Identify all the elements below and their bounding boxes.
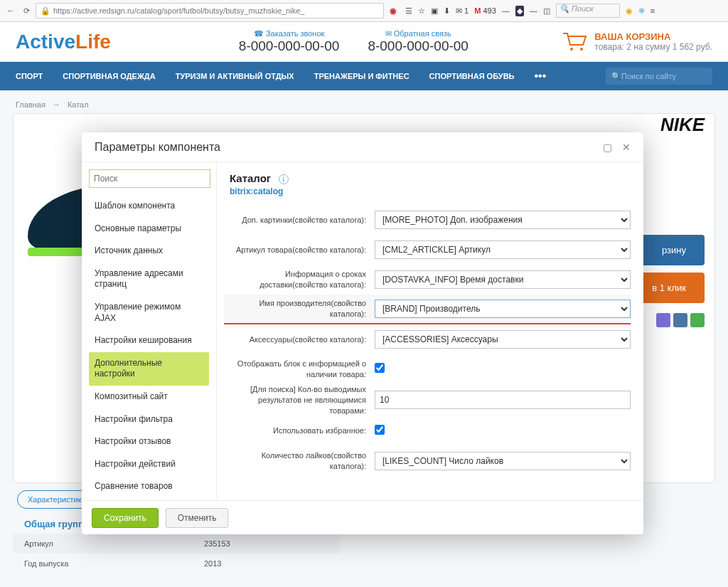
form-label: Аксессуары(свойство каталога):: [224, 334, 366, 345]
sidebar-item[interactable]: Композитный сайт: [89, 386, 209, 408]
ext3-icon[interactable]: ◉: [626, 6, 633, 16]
nav-more-icon[interactable]: •••: [535, 70, 547, 83]
page: ActiveLife ☎ Заказать звонок 8-000-000-0…: [0, 22, 728, 587]
sidebar-item[interactable]: Управление режимом AJAX: [89, 296, 209, 329]
buy-one-click-button[interactable]: в 1 клик: [633, 273, 705, 303]
form-select[interactable]: [DOSTAVKA_INFO] Время доставки: [375, 270, 631, 289]
cart-icon: [562, 32, 587, 52]
cancel-button[interactable]: Отменить: [166, 508, 229, 528]
form-subtitle: bitrix:catalog: [230, 186, 631, 196]
nav-item[interactable]: СПОРТИВНАЯ ОБУВЬ: [429, 72, 515, 80]
dialog-titlebar: Параметры компонента ▢ ✕: [82, 132, 643, 162]
table-row: Год выпуска2013: [13, 554, 340, 573]
breadcrumb: Главная → Катал: [0, 90, 728, 113]
sidebar-item[interactable]: Управление адресами страниц: [89, 263, 209, 296]
pocket-icon[interactable]: ▣: [431, 6, 438, 16]
form-select[interactable]: [MORE_PHOTO] Доп. изображения: [375, 211, 631, 229]
dialog-main: Каталог i bitrix:catalog Доп. картинки(с…: [217, 162, 643, 500]
crumb-home[interactable]: Главная: [16, 100, 46, 109]
browser-toolbar: ☆ ▣ ⬇ ✉ 1 M 493 — ◆ — ◫ 🔍 Поиск ◉ ❄ ≡: [418, 4, 655, 18]
phone1: 8-000-000-00-00: [239, 38, 340, 54]
viber-icon[interactable]: [656, 313, 670, 327]
browser-search[interactable]: 🔍 Поиск: [556, 4, 620, 18]
brand-logo: NIKE: [660, 114, 705, 136]
form-text-input[interactable]: [375, 391, 631, 409]
save-button[interactable]: Сохранить: [92, 508, 159, 528]
form-row: Аксессуары(свойство каталога):[ACCESSORI…: [224, 324, 631, 354]
spec-table: Артикул235153 Год выпуска2013: [13, 534, 340, 573]
main-nav: СПОРТ СПОРТИВНАЯ ОДЕЖДА ТУРИЗМ И АКТИВНЫ…: [0, 62, 728, 90]
feedback-link[interactable]: ✉ Обратная связь: [368, 29, 469, 38]
social-icons: [656, 313, 705, 327]
callback-link[interactable]: ☎ Заказать звонок: [239, 29, 340, 38]
svg-point-0: [570, 48, 573, 51]
form-select[interactable]: [LIKES_COUNT] Число лайков: [375, 452, 631, 470]
form-select[interactable]: [CML2_ARTICKLE] Артикул: [375, 240, 631, 259]
sidebar-item[interactable]: Настройки фильтра: [89, 408, 209, 431]
nav-item[interactable]: СПОРТИВНАЯ ОДЕЖДА: [63, 72, 155, 80]
form-select[interactable]: [ACCESSORIES] Аксессуары: [375, 330, 631, 349]
sidebar-item[interactable]: Основные параметры: [89, 218, 209, 240]
url-bar[interactable]: 🔒 https://active.redsign.ru/catalog/spor…: [36, 3, 384, 18]
form-label: [Для поиска] Кол-во выводимых результато…: [224, 384, 366, 416]
form-label: Артикул товара(свойство каталога):: [224, 245, 366, 255]
cart-summary: товара: 2 на сумму 1 562 руб.: [594, 42, 712, 52]
gmail-icon[interactable]: M 493: [474, 6, 496, 15]
lock-icon: 🔒: [41, 6, 50, 16]
sidebar-item[interactable]: Настройки отзывов: [89, 430, 209, 453]
vk-icon[interactable]: [673, 313, 687, 327]
download-icon[interactable]: ⬇: [444, 6, 450, 16]
sidebar-list[interactable]: Шаблон компонентаОсновные параметрыИсточ…: [89, 195, 210, 493]
table-row: Артикул235153: [13, 534, 340, 554]
nav-item[interactable]: СПОРТ: [16, 72, 43, 80]
sidebar-item[interactable]: Настройки действий: [89, 453, 209, 476]
form-row: Отображать блок с информацией о наличии …: [224, 354, 631, 384]
form-row: Количество лайков(свойство каталога):[LI…: [224, 446, 631, 476]
site-search[interactable]: 🔍 Поиск по сайту: [606, 68, 712, 85]
form-checkbox[interactable]: [375, 425, 385, 435]
dialog-sidebar: Шаблон компонентаОсновные параметрыИсточ…: [82, 162, 217, 500]
dialog-footer: Сохранить Отменить: [82, 500, 643, 534]
info-icon[interactable]: i: [279, 174, 289, 184]
reader-icon[interactable]: ☰: [402, 4, 415, 17]
back-icon[interactable]: ←: [4, 4, 17, 17]
sidebar-item[interactable]: Источник данных: [89, 240, 209, 263]
sidebar-item[interactable]: Сравнение товаров: [89, 475, 209, 493]
ext2-icon[interactable]: ◫: [543, 6, 550, 16]
nav-item[interactable]: ТУРИЗМ И АКТИВНЫЙ ОТДЫХ: [176, 72, 294, 80]
site-header: ActiveLife ☎ Заказать звонок 8-000-000-0…: [0, 22, 728, 62]
whatsapp-icon[interactable]: [690, 313, 705, 327]
form-row: Артикул товара(свойство каталога):[CML2_…: [224, 235, 631, 265]
browser-nav: ← ⟳: [4, 4, 33, 17]
sidebar-item[interactable]: Дополнительные настройки: [89, 352, 209, 386]
nav-item[interactable]: ТРЕНАЖЕРЫ И ФИТНЕС: [314, 72, 410, 80]
crumb-cat[interactable]: Катал: [68, 100, 89, 109]
cart[interactable]: ВАША КОРЗИНА товара: 2 на сумму 1 562 ру…: [562, 31, 712, 52]
reload-icon[interactable]: ⟳: [20, 4, 33, 17]
form-checkbox[interactable]: [375, 363, 385, 373]
form-label: Информация о сроках доставки(свойство ка…: [224, 269, 366, 290]
star-icon[interactable]: ☆: [418, 6, 425, 16]
form-row: Использовать избранное:: [224, 416, 631, 446]
ext4-icon[interactable]: ❄: [638, 6, 645, 16]
mail-icon[interactable]: ✉ 1: [456, 6, 469, 16]
ublock-icon[interactable]: ◉: [387, 4, 400, 17]
form-row: Доп. картинки(свойство каталога):[MORE_P…: [224, 205, 631, 235]
logo[interactable]: ActiveLife: [16, 31, 111, 53]
form-row: Информация о сроках доставки(свойство ка…: [224, 265, 631, 295]
sidebar-item[interactable]: Настройки кеширования: [89, 329, 209, 352]
form-label: Имя производителя(свойство каталога):: [224, 298, 366, 319]
sidebar-item[interactable]: Шаблон компонента: [89, 195, 209, 218]
maximize-icon[interactable]: ▢: [603, 142, 612, 153]
menu-icon[interactable]: ≡: [651, 6, 655, 15]
dialog-title: Параметры компонента: [95, 141, 220, 154]
add-to-cart-button[interactable]: рзину: [633, 235, 705, 265]
form-row: [Для поиска] Кол-во выводимых результато…: [224, 384, 631, 416]
form-body[interactable]: Доп. картинки(свойство каталога):[MORE_P…: [217, 201, 643, 500]
sidebar-search-input[interactable]: [89, 169, 210, 188]
form-row: Имя производителя(свойство каталога):[BR…: [224, 295, 631, 324]
form-select[interactable]: [BRAND] Производитель: [375, 300, 631, 318]
ext1-icon[interactable]: ◆: [515, 6, 524, 16]
url-text: https://active.redsign.ru/catalog/sport/…: [53, 6, 304, 15]
close-icon[interactable]: ✕: [622, 142, 631, 153]
